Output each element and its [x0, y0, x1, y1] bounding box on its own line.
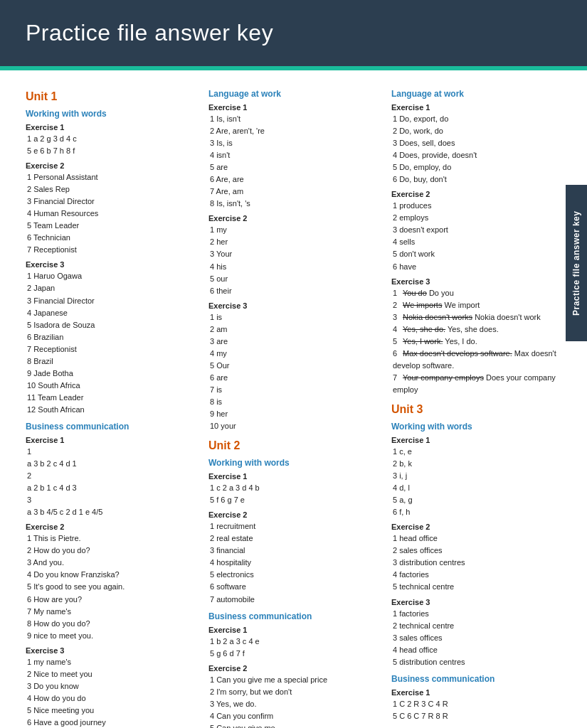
- unit1-biz-comm: Business communication Exercise 1 1 a 3 …: [26, 422, 196, 728]
- lang2-ex3-item: 7Your company employs Does your company …: [393, 372, 561, 396]
- unit-2-title: Unit 2: [208, 439, 379, 452]
- main-content: Unit 1 Working with words Exercise 1 1 a…: [0, 70, 587, 728]
- unit1-ww-ex1-l2: 5 e 6 b 7 h 8 f: [27, 145, 196, 157]
- unit2-ww-ex2-items: 1 recruitment 2 real estate 3 financial …: [208, 520, 379, 605]
- unit2-ww-ex1-label: Exercise 1: [208, 472, 379, 481]
- page-header: Practice file answer key: [0, 0, 587, 66]
- side-tab: Practice file answer key: [566, 185, 587, 341]
- unit1-biz-label: Business communication: [26, 422, 196, 432]
- unit3-ww-ex1-items: 1 c, e 2 b, k 3 i, j 4 d, l 5 a, g 6 f, …: [391, 446, 561, 518]
- unit2-biz-ex2-label: Exercise 2: [208, 664, 379, 673]
- lang-work-1-title: Language at work: [208, 89, 379, 99]
- unit3-ww-ex3-label: Exercise 3: [391, 598, 561, 606]
- lang-work-1: Language at work Exercise 1 1 Is, isn't …: [208, 89, 379, 432]
- unit-1: Unit 1 Working with words Exercise 1 1 a…: [26, 90, 196, 416]
- unit3-ww-ex1-label: Exercise 1: [391, 436, 561, 444]
- unit-1-title: Unit 1: [26, 90, 196, 103]
- unit1-wwwords: Working with words: [26, 109, 196, 119]
- unit1-ww-ex3-label: Exercise 3: [26, 260, 196, 269]
- unit1-biz-ex2-items: 1 This is Pietre. 2 How do you do? 3 And…: [26, 532, 196, 641]
- lang1-ex2-label: Exercise 2: [208, 214, 379, 223]
- unit1-biz-ex3-items: 1 my name's 2 Nice to meet you 3 Do you …: [26, 656, 196, 728]
- column-2: Language at work Exercise 1 1 Is, isn't …: [208, 83, 391, 728]
- unit1-ww-ex2-items: 1 Personal Assistant 2 Sales Rep 3 Finan…: [26, 171, 196, 256]
- unit-2: Unit 2 Working with words Exercise 1 1 c…: [208, 439, 379, 728]
- unit3-ww-ex2-label: Exercise 2: [391, 523, 561, 531]
- unit1-biz-ex2-label: Exercise 2: [26, 523, 196, 531]
- unit2-biz-ex1-label: Exercise 1: [208, 626, 379, 634]
- page-title: Practice file answer key: [26, 20, 561, 46]
- unit2-ww-label: Working with words: [208, 458, 379, 468]
- lang2-ex3-items: 1You do Do you2We imports We import3Noki…: [391, 287, 561, 396]
- unit3-biz-label: Business communication: [391, 674, 561, 684]
- lang2-ex2-items: 1 produces 2 employs 3 doesn't export 4 …: [391, 200, 561, 272]
- lang2-ex3-item: 1You do Do you: [393, 287, 561, 299]
- unit2-biz-label: Business communication: [208, 611, 379, 621]
- unit1-ww-ex2-label: Exercise 2: [26, 161, 196, 170]
- unit3-biz-ex1-lines: 1 C 2 R 3 C 4 R 5 C 6 C 7 R 8 R: [391, 698, 561, 722]
- lang2-ex3-item: 6Max doesn't develops software. Max does…: [393, 348, 561, 372]
- lang2-ex3-item: 3Nokia doesn't works Nokia doesn't work: [393, 311, 561, 323]
- unit1-biz-ex1-label: Exercise 1: [26, 436, 196, 444]
- lang1-ex3-label: Exercise 3: [208, 301, 379, 310]
- unit3-ww-ex3-items: 1 factories 2 technical centre 3 sales o…: [391, 608, 561, 668]
- unit1-biz-ex1-lines: 1 a 3 b 2 c 4 d 1 2 a 2 b 1 c 4 d 3 3 a …: [26, 446, 196, 518]
- unit3-ww-ex2-items: 1 head office 2 sales offices 3 distribu…: [391, 532, 561, 593]
- column-3: Language at work Exercise 1 1 Do, export…: [391, 83, 561, 728]
- lang1-ex2-items: 1 my 2 her 3 Your 4 his 5 our 6 their: [208, 224, 379, 296]
- lang1-ex1-label: Exercise 1: [208, 103, 379, 112]
- unit-3: Unit 3 Working with words Exercise 1 1 c…: [391, 403, 561, 722]
- lang2-ex3-item: 5Yes, I work. Yes, I do.: [393, 336, 561, 348]
- unit1-ww-ex1-l1: 1 a 2 g 3 d 4 c: [27, 133, 196, 145]
- unit1-biz-ex3-label: Exercise 3: [26, 646, 196, 655]
- lang2-ex3-item: 2We imports We import: [393, 299, 561, 311]
- lang2-ex2-label: Exercise 2: [391, 190, 561, 198]
- lang2-ex1-items: 1 Do, export, do 2 Do, work, do 3 Does, …: [391, 113, 561, 186]
- column-1: Unit 1 Working with words Exercise 1 1 a…: [26, 83, 208, 728]
- lang-work-2-title: Language at work: [391, 89, 561, 99]
- lang2-ex1-label: Exercise 1: [391, 103, 561, 112]
- unit1-ww-ex1-label: Exercise 1: [26, 123, 196, 132]
- lang2-ex3-item: 4Yes, she do. Yes, she does.: [393, 323, 561, 336]
- unit3-biz-ex1-label: Exercise 1: [391, 688, 561, 697]
- lang1-ex3-items: 1 is 2 am 3 are 4 my 5 Our 6 are 7 is 8 …: [208, 311, 379, 432]
- unit-3-title: Unit 3: [391, 403, 561, 416]
- unit1-ww-ex3-items: 1 Haruo Ogawa 2 Japan 3 Financial Direct…: [26, 270, 196, 416]
- lang1-ex1-items: 1 Is, isn't 2 Are, aren't, 're 3 Is, is …: [208, 113, 379, 210]
- unit2-biz-ex1-lines: 1 b 2 a 3 c 4 e 5 g 6 d 7 f: [208, 636, 379, 660]
- unit2-ww-ex1-lines: 1 c 2 a 3 d 4 b 5 f 6 g 7 e: [208, 482, 379, 506]
- unit2-ww-ex2-label: Exercise 2: [208, 510, 379, 519]
- lang-work-2: Language at work Exercise 1 1 Do, export…: [391, 89, 561, 396]
- lang2-ex3-label: Exercise 3: [391, 277, 561, 286]
- unit3-ww-label: Working with words: [391, 422, 561, 432]
- unit2-biz-ex2-items: 1 Can you give me a special price 2 I'm …: [208, 674, 379, 728]
